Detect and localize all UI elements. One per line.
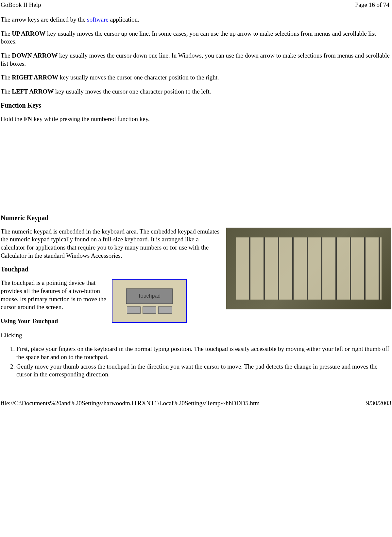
right-prefix: The xyxy=(1,74,12,81)
intro-prefix: The arrow keys are defined by the xyxy=(1,16,87,23)
down-prefix: The xyxy=(1,52,12,59)
numeric-paragraph: The numeric keypad is embedded in the ke… xyxy=(1,228,223,260)
down-arrow-paragraph: The DOWN ARROW key usually moves the cur… xyxy=(1,52,391,68)
up-arrow-label: UP ARROW xyxy=(12,30,45,37)
spacer xyxy=(1,129,391,214)
touchpad-text-block: The touchpad is a pointing device that p… xyxy=(1,279,109,331)
software-link[interactable]: software xyxy=(87,16,108,23)
numeric-text-block: The numeric keypad is embedded in the ke… xyxy=(1,228,223,331)
function-keys-heading: Function Keys xyxy=(1,102,391,109)
left-text: key usually moves the cursor one charact… xyxy=(54,88,211,95)
intro-suffix: application. xyxy=(109,16,139,23)
down-arrow-label: DOWN ARROW xyxy=(12,52,58,59)
right-text: key usually moves the cursor one charact… xyxy=(58,74,219,81)
touchpad-button-left xyxy=(127,306,141,314)
left-arrow-paragraph: The LEFT ARROW key usually moves the cur… xyxy=(1,88,391,96)
list-item: First, place your fingers on the keyboar… xyxy=(16,345,391,361)
touchpad-button-right xyxy=(158,306,172,314)
touchpad-screen-label: Touchpad xyxy=(126,288,173,304)
fn-prefix: Hold the xyxy=(1,115,24,122)
list-item: Gently move your thumb across the touchp… xyxy=(16,363,391,379)
down-text: key usually moves the cursor down one li… xyxy=(1,52,390,67)
right-arrow-paragraph: The RIGHT ARROW key usually moves the cu… xyxy=(1,74,391,82)
header-page-indicator: Page 16 of 74 xyxy=(355,1,389,9)
up-prefix: The xyxy=(1,30,12,37)
using-touchpad-heading: Using Your Touchpad xyxy=(1,317,109,325)
touchpad-heading: Touchpad xyxy=(1,266,223,273)
function-keys-paragraph: Hold the FN key while pressing the numbe… xyxy=(1,115,391,123)
numeric-section: The numeric keypad is embedded in the ke… xyxy=(1,228,391,331)
page-header: GoBook II Help Page 16 of 74 xyxy=(0,0,392,9)
fn-label: FN xyxy=(24,115,32,122)
up-arrow-paragraph: The UP ARROW key usually moves the curso… xyxy=(1,30,391,46)
touchpad-section: The touchpad is a pointing device that p… xyxy=(1,279,223,331)
touchpad-image: Touchpad xyxy=(112,279,187,323)
up-text: key usually moves the cursor up one line… xyxy=(1,30,376,45)
touchpad-paragraph: The touchpad is a pointing device that p… xyxy=(1,279,109,311)
fn-text: key while pressing the numbered function… xyxy=(32,115,150,122)
right-arrow-label: RIGHT ARROW xyxy=(12,74,58,81)
intro-paragraph: The arrow keys are defined by the softwa… xyxy=(1,16,391,24)
touchpad-buttons-row xyxy=(127,306,172,314)
keyboard-image xyxy=(226,228,391,309)
left-arrow-label: LEFT ARROW xyxy=(12,88,54,95)
left-prefix: The xyxy=(1,88,12,95)
content-area: The arrow keys are defined by the softwa… xyxy=(0,9,392,379)
header-title: GoBook II Help xyxy=(1,1,41,9)
clicking-heading: Clicking xyxy=(1,331,391,339)
numeric-keypad-heading: Numeric Keypad xyxy=(1,214,391,222)
touchpad-button-middle xyxy=(143,306,156,314)
clicking-steps-list: First, place your fingers on the keyboar… xyxy=(1,345,391,379)
